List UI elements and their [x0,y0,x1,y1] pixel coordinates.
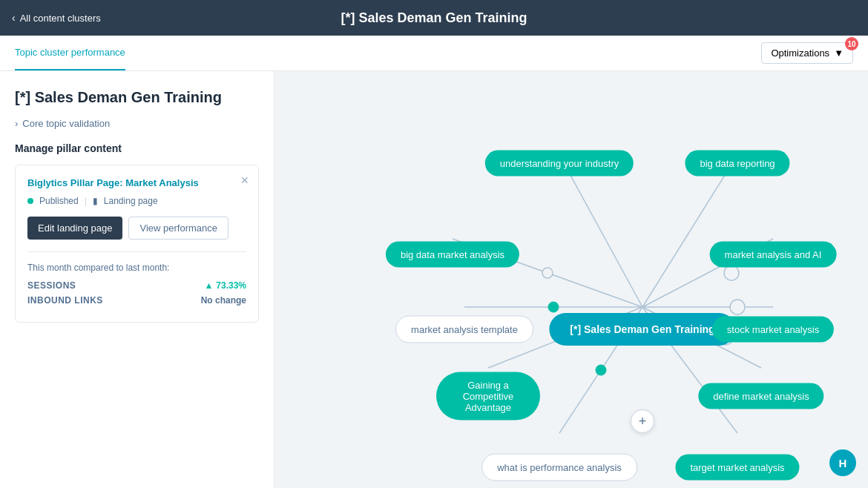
node-market-analysis-template[interactable]: market analysis template [395,316,533,343]
sub-nav: Topic cluster performance Optimizations … [0,36,868,71]
chevron-left-icon: ‹ [12,12,16,24]
svg-point-10 [542,268,553,278]
node-gaining-competitive-advantage[interactable]: Gaining a Competitive Advantage [436,372,540,421]
svg-point-15 [730,300,745,314]
back-label: All content clusters [20,13,101,24]
svg-point-13 [596,365,606,375]
core-topic-validation[interactable]: › Core topic validation [15,118,259,129]
sessions-row: SESSIONS ▲ 73.33% [27,280,246,291]
add-node-button[interactable]: + [631,409,654,433]
pillar-meta: Published | ▮ Landing page [27,196,246,206]
manage-pillar-label: Manage pillar content [15,142,259,154]
node-stock-market-analysis[interactable]: stock market analysis [712,317,834,343]
published-label: Published [39,196,79,206]
svg-point-11 [548,302,559,312]
plus-icon: + [639,414,647,429]
page-title: [*] Sales Deman Gen Training [341,10,527,26]
sessions-value: ▲ 73.33% [204,280,246,291]
top-nav: ‹ All content clusters [*] Sales Deman G… [0,0,868,36]
left-panel: [*] Sales Deman Gen Training › Core topi… [0,71,274,488]
published-dot [27,198,33,204]
pillar-actions: Edit landing page View performance [27,217,246,240]
close-pillar-button[interactable]: ✕ [240,174,249,186]
cluster-title: [*] Sales Deman Gen Training [15,89,259,106]
node-understanding-your-industry[interactable]: understanding your industry [485,150,634,176]
optimizations-badge: 10 [845,37,858,50]
center-node[interactable]: [*] Sales Deman Gen Training [549,313,735,346]
sessions-label: SESSIONS [27,280,76,291]
stats-comparison-label: This month compared to last month: [27,263,246,273]
node-big-data-reporting[interactable]: big data reporting [685,150,789,176]
svg-line-0 [559,155,642,307]
optimizations-button[interactable]: Optimizations ▼ 10 [761,42,853,64]
help-button[interactable]: H [829,449,856,476]
chevron-right-icon: › [15,118,18,129]
chevron-down-icon: ▼ [834,47,844,59]
inbound-links-row: INBOUND LINKS No change [27,295,246,306]
node-market-analysis-and-ai[interactable]: market analysis and AI [710,242,837,268]
edit-landing-page-button[interactable]: Edit landing page [27,217,122,240]
arrow-up-icon: ▲ [204,280,213,291]
pillar-name[interactable]: Biglytics Pillar Page: Market Analysis [27,177,246,188]
page-icon: ▮ [93,196,98,206]
node-target-market-analysis[interactable]: target market analysis [675,454,799,480]
center-node-label: [*] Sales Deman Gen Training [570,323,714,335]
right-panel: [*] Sales Deman Gen Training understandi… [274,71,868,488]
node-big-data-market-analysis[interactable]: big data market analysis [386,242,519,268]
node-define-market-analysis[interactable]: define market analysis [698,383,823,409]
inbound-links-label: INBOUND LINKS [27,295,103,306]
page-type-label: Landing page [104,196,158,206]
pillar-card: ✕ Biglytics Pillar Page: Market Analysis… [15,165,259,323]
stats-section: This month compared to last month: SESSI… [27,251,246,306]
svg-line-1 [642,155,737,307]
help-icon: H [839,457,847,469]
main-layout: [*] Sales Deman Gen Training › Core topi… [0,71,868,488]
svg-point-14 [724,266,739,280]
back-link[interactable]: ‹ All content clusters [12,12,101,24]
view-performance-button[interactable]: View performance [128,217,228,240]
node-what-is-performance-analysis[interactable]: what is performance analysis [481,453,637,481]
inbound-links-value: No change [201,295,246,306]
meta-divider: | [85,196,87,206]
mind-map-canvas: [*] Sales Deman Gen Training understandi… [274,71,868,488]
tab-topic-cluster-performance[interactable]: Topic cluster performance [15,36,125,70]
connections-svg [274,71,868,488]
core-topic-label: Core topic validation [22,118,110,129]
